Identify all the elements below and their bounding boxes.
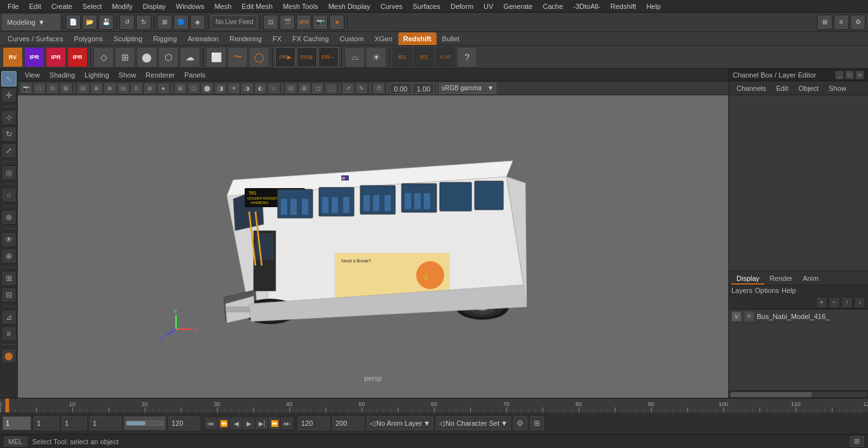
soft-select-btn[interactable]: ◎ xyxy=(1,165,17,180)
layer-menu-options[interactable]: Options xyxy=(755,287,779,294)
shelf-icon-grid[interactable]: ⊞ xyxy=(115,47,135,67)
goto-end-btn[interactable]: ⏭ xyxy=(281,417,293,429)
shelf-tab-rendering[interactable]: Rendering xyxy=(224,32,267,45)
shelf-tab-sculpting[interactable]: Sculpting xyxy=(109,32,147,45)
transform-tool-btn[interactable]: ✛ xyxy=(1,88,17,103)
bb-icon-btn-1[interactable]: ⚙ xyxy=(513,416,527,430)
menu-mesh[interactable]: Mesh xyxy=(209,0,236,13)
vp-snap7-btn[interactable]: ● xyxy=(157,83,170,94)
vp-smooth-btn[interactable]: ⬡ xyxy=(187,83,200,94)
field1[interactable]: 1 xyxy=(34,416,59,430)
menu-edit-mesh[interactable]: Edit Mesh xyxy=(236,0,278,13)
shelf-icon-wave[interactable]: 〜 xyxy=(227,47,248,67)
open-file-btn[interactable]: 📂 xyxy=(82,15,97,30)
shelf-icon-diamond[interactable]: ◇ xyxy=(93,47,114,67)
shelf-icon-rs-log[interactable]: LOG xyxy=(435,47,456,67)
vp-bbox-btn[interactable]: ⊞ xyxy=(60,83,72,94)
vp-snap5-btn[interactable]: ⊙ xyxy=(130,83,143,94)
channel-tab-object[interactable]: Object xyxy=(793,82,824,95)
shelf-icon-dome[interactable]: ⌓ xyxy=(344,47,365,67)
rp-close-btn[interactable]: × xyxy=(855,71,864,79)
shelf-icon-cloud[interactable]: ☁ xyxy=(180,47,200,67)
menu-mesh-tools[interactable]: Mesh Tools xyxy=(278,0,323,13)
show-hide-btn[interactable]: 👁 xyxy=(1,232,17,247)
shelf-tab-polygons[interactable]: Polygons xyxy=(69,32,107,45)
shelf-icon-rs1[interactable]: RS xyxy=(392,47,412,67)
shelf-icon-shapes[interactable]: ⬡ xyxy=(158,47,179,67)
shelf-tab-redshift[interactable]: Redshift xyxy=(398,32,437,45)
current-frame-input[interactable]: 1 xyxy=(3,416,31,430)
layer-menu-layers[interactable]: Layers xyxy=(731,287,752,294)
vp-wireframe-btn[interactable]: ⊞ xyxy=(174,83,187,94)
lasso-btn[interactable]: ○ xyxy=(1,187,17,203)
vp-shad-btn[interactable]: ◐ xyxy=(254,83,267,94)
vp-menu-show[interactable]: Show xyxy=(114,69,141,81)
shelf-tab-rigging[interactable]: Rigging xyxy=(148,32,182,45)
vp-snap4-btn[interactable]: ◎ xyxy=(117,83,130,94)
menu-cache[interactable]: Cache xyxy=(538,0,568,13)
vp-menu-view[interactable]: View xyxy=(20,69,44,81)
shelf-icon-help[interactable]: ? xyxy=(457,47,477,67)
layer-up-btn[interactable]: ↑ xyxy=(841,297,853,308)
shelf-icon-rv[interactable]: RV xyxy=(3,47,23,67)
viewport-3d[interactable]: 581 GOLDEN NUGGET HARBORS xyxy=(18,95,728,385)
modeling-dropdown[interactable]: Modeling ▼ xyxy=(3,15,60,30)
menu-3dto-all[interactable]: -3DtoAll- xyxy=(568,0,606,13)
goto-start-btn[interactable]: ⏮ xyxy=(205,417,217,429)
render-btn[interactable]: 🎬 xyxy=(280,15,295,30)
shelf-tab-animation[interactable]: Animation xyxy=(182,32,224,45)
vp-num2[interactable]: 1.00 xyxy=(412,83,435,94)
snap-surface-btn[interactable]: ⊛ xyxy=(1,210,17,225)
settings-btn[interactable]: ⚙ xyxy=(850,15,865,30)
vp-tex-btn[interactable]: ◨ xyxy=(214,83,227,94)
vp-snap-grid-btn[interactable]: ⊟ xyxy=(77,83,90,94)
status-language[interactable]: MEL xyxy=(4,437,27,447)
menu-windows[interactable]: Windows xyxy=(171,0,210,13)
vp-paint-btn[interactable]: ✎ xyxy=(355,83,368,94)
render2-btn[interactable]: ■ xyxy=(329,15,344,30)
ipr-btn[interactable]: IPR xyxy=(296,15,311,30)
shelf-icon-pr3[interactable]: PR↔ xyxy=(318,47,339,67)
vp-ortho-btn[interactable]: □ xyxy=(33,83,46,94)
playback-end[interactable]: 120 xyxy=(168,416,200,430)
shelf-tab-curves-surfaces[interactable]: Curves / Surfaces xyxy=(3,32,68,45)
rp-maximize-btn[interactable]: □ xyxy=(845,71,854,79)
shelf-tab-fx[interactable]: FX xyxy=(268,32,287,45)
rotate-tool-btn[interactable]: ↻ xyxy=(1,126,17,142)
rs-render-btn[interactable]: ⬤ xyxy=(1,348,17,363)
undo-btn[interactable]: ↺ xyxy=(119,15,135,30)
vp-shade-btn[interactable]: ⬤ xyxy=(201,83,214,94)
comp-btn[interactable]: ⊞ xyxy=(1,271,17,286)
vp-num1[interactable]: 0.00 xyxy=(390,83,412,94)
vp-gamma-select[interactable]: sRGB gamma ▼ xyxy=(439,83,496,94)
menu-deform[interactable]: Deform xyxy=(445,0,478,13)
snap2-btn[interactable]: ◈ xyxy=(190,15,205,30)
menu-display[interactable]: Display xyxy=(138,0,171,13)
menu-uv[interactable]: UV xyxy=(478,0,498,13)
menu-select[interactable]: Select xyxy=(78,0,107,13)
vp-light-btn[interactable]: ☀ xyxy=(227,83,240,94)
timeline-canvas[interactable] xyxy=(0,398,868,412)
anim-layer-dropdown[interactable]: ◁ No Anim Layer ▼ xyxy=(367,416,433,430)
layer-tab-render[interactable]: Render xyxy=(764,272,797,285)
vp-snap6-btn[interactable]: ⊚ xyxy=(144,83,156,94)
shelf-icon-rs2[interactable]: RS xyxy=(414,47,434,67)
layer-delete-btn[interactable]: − xyxy=(829,297,840,308)
vp-snap-obj-btn[interactable]: ⊗ xyxy=(104,83,116,94)
shelf-icon-circle[interactable]: ◯ xyxy=(249,47,269,67)
vp-ao-btn[interactable]: ◑ xyxy=(241,83,254,94)
new-file-btn[interactable]: 📄 xyxy=(65,15,81,30)
timeline-ruler[interactable] xyxy=(0,398,868,412)
shelf-icon-sun[interactable]: ☀ xyxy=(366,47,386,67)
menu-surfaces[interactable]: Surfaces xyxy=(408,0,445,13)
vp-snap-view-btn[interactable]: ⊕ xyxy=(90,83,103,94)
save-file-btn[interactable]: 💾 xyxy=(98,15,114,30)
redo-btn[interactable]: ↻ xyxy=(136,15,151,30)
menu-create[interactable]: Create xyxy=(46,0,78,13)
scrollbar-thumb[interactable] xyxy=(730,392,812,397)
field2[interactable]: 1 xyxy=(62,416,87,430)
menu-mesh-display[interactable]: Mesh Display xyxy=(323,0,376,13)
layer-scrollbar[interactable] xyxy=(729,390,868,398)
camera-btn[interactable]: 📷 xyxy=(313,15,328,30)
menu-file[interactable]: File xyxy=(3,0,24,13)
